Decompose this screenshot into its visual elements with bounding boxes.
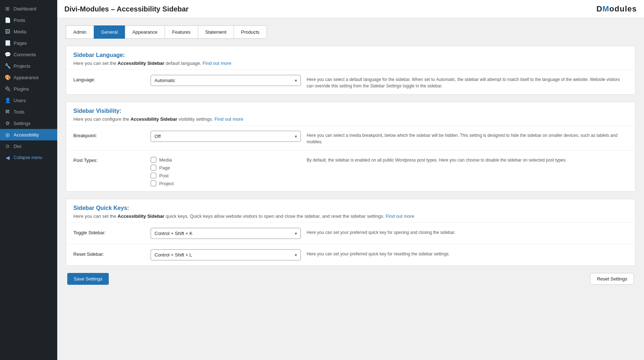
toggle-select[interactable]: Control + Shift + K bbox=[151, 228, 301, 239]
checkbox-media[interactable]: Media bbox=[151, 157, 301, 163]
sidebar-item-label: Appearance bbox=[14, 75, 39, 80]
tab-products[interactable]: Products bbox=[234, 25, 267, 39]
section-visibility-title: Sidebar Visibility: bbox=[73, 108, 628, 114]
main-content: Divi-Modules – Accessibility Sidebar DMo… bbox=[57, 0, 644, 360]
sidebar-item-label: Collapse menu bbox=[14, 155, 42, 160]
reset-sidebar-row: Reset Sidebar: Control + Shift + L ▾ Her… bbox=[66, 244, 635, 265]
desc-highlight: Accessibility Sidebar bbox=[118, 213, 165, 219]
tab-appearance[interactable]: Appearance bbox=[125, 25, 165, 39]
toggle-select-wrapper[interactable]: Control + Shift + K ▾ bbox=[151, 228, 301, 239]
breakpoint-select-wrapper[interactable]: Off ▾ bbox=[151, 131, 301, 142]
plugins-icon: 🔌 bbox=[4, 86, 11, 92]
dmodules-logo: DModules bbox=[596, 4, 637, 14]
save-button[interactable]: Save Settings bbox=[67, 273, 109, 285]
reset-select[interactable]: Control + Shift + L bbox=[151, 250, 301, 260]
tab-features[interactable]: Features bbox=[165, 25, 197, 39]
content-area: Admin General Appearance Features Statem… bbox=[57, 18, 644, 360]
checkbox-media-input[interactable] bbox=[151, 157, 156, 163]
reset-select-wrapper[interactable]: Control + Shift + L ▾ bbox=[151, 249, 301, 260]
checkbox-post[interactable]: Post bbox=[151, 173, 301, 178]
settings-icon: ⚙ bbox=[4, 120, 11, 126]
section-quickkeys-title: Sidebar Quick Keys: bbox=[73, 205, 628, 211]
section-language-desc: Here you can set the Accessibility Sideb… bbox=[73, 61, 628, 66]
checkbox-post-input[interactable] bbox=[151, 173, 156, 178]
checkbox-project-input[interactable] bbox=[151, 181, 156, 186]
tab-general[interactable]: General bbox=[94, 25, 125, 39]
section-visibility-desc: Here you can configure the Accessibility… bbox=[73, 116, 628, 122]
checkbox-project-label: Project bbox=[159, 181, 174, 186]
post-types-row: Post Types: Media Page Post bbox=[66, 150, 635, 191]
sidebar: ⊞ Dashboard 📄 Posts 🖼 Media 📃 Pages 💬 Co… bbox=[0, 0, 57, 360]
language-control: Automatic ▾ bbox=[151, 75, 301, 86]
sidebar-item-pages[interactable]: 📃 Pages bbox=[0, 37, 57, 49]
page-header: Divi-Modules – Accessibility Sidebar DMo… bbox=[57, 0, 644, 18]
reset-settings-button[interactable]: Reset Settings bbox=[590, 273, 634, 285]
post-types-control: Media Page Post Project bbox=[151, 155, 301, 186]
breakpoint-label: Breakpoint: bbox=[73, 131, 145, 138]
desc-after: default language. bbox=[164, 61, 203, 66]
page-title: Divi-Modules – Accessibility Sidebar bbox=[64, 5, 189, 13]
media-icon: 🖼 bbox=[4, 29, 11, 34]
tools-icon: 🛠 bbox=[4, 109, 11, 115]
checkbox-page[interactable]: Page bbox=[151, 165, 301, 171]
desc-highlight: Accessibility Sidebar bbox=[118, 61, 165, 66]
desc-highlight: Accessibility Sidebar bbox=[131, 116, 177, 122]
sidebar-item-dashboard[interactable]: ⊞ Dashboard bbox=[0, 3, 57, 14]
sidebar-item-tools[interactable]: 🛠 Tools bbox=[0, 106, 57, 117]
checkbox-media-label: Media bbox=[159, 157, 172, 163]
sidebar-item-divi[interactable]: ⊙ Divi bbox=[0, 140, 57, 152]
divi-icon: ⊙ bbox=[4, 143, 11, 149]
sidebar-item-appearance[interactable]: 🎨 Appearance bbox=[0, 72, 57, 83]
section-quickkeys-header: Sidebar Quick Keys: Here you can set the… bbox=[66, 199, 635, 222]
post-types-help: By default, the sidebar is enabled on al… bbox=[307, 155, 628, 163]
checkbox-project[interactable]: Project bbox=[151, 181, 301, 186]
breakpoint-control: Off ▾ bbox=[151, 131, 301, 142]
section-language-title: Sidebar Language: bbox=[73, 52, 628, 58]
find-out-more-link[interactable]: Find out more bbox=[203, 61, 231, 66]
sidebar-item-posts[interactable]: 📄 Posts bbox=[0, 14, 57, 26]
sidebar-item-label: Users bbox=[14, 98, 26, 103]
sidebar-item-users[interactable]: 👤 Users bbox=[0, 95, 57, 106]
desc-before: Here you can set the bbox=[73, 61, 118, 66]
toggle-sidebar-label: Toggle Sidebar: bbox=[73, 228, 145, 235]
sidebar-item-label: Tools bbox=[14, 109, 24, 115]
tabs-bar: Admin General Appearance Features Statem… bbox=[66, 25, 635, 39]
checkbox-page-input[interactable] bbox=[151, 165, 156, 171]
reset-sidebar-label: Reset Sidebar: bbox=[73, 249, 145, 257]
breakpoint-row: Breakpoint: Off ▾ Here you can select a … bbox=[66, 125, 635, 150]
toggle-sidebar-control: Control + Shift + K ▾ bbox=[151, 228, 301, 239]
language-row: Language: Automatic ▾ Here you can selec… bbox=[66, 69, 635, 94]
section-language: Sidebar Language: Here you can set the A… bbox=[66, 46, 635, 95]
desc-after: quick keys. Quick keys allow website vis… bbox=[164, 213, 386, 219]
section-visibility: Sidebar Visibility: Here you can configu… bbox=[66, 102, 635, 192]
language-select[interactable]: Automatic bbox=[151, 75, 301, 86]
find-out-more-link[interactable]: Find out more bbox=[215, 116, 243, 122]
dashboard-icon: ⊞ bbox=[4, 6, 11, 11]
sidebar-item-settings[interactable]: ⚙ Settings bbox=[0, 117, 57, 129]
accessibility-icon: ◎ bbox=[4, 132, 11, 138]
sidebar-item-plugins[interactable]: 🔌 Plugins bbox=[0, 83, 57, 95]
footer-buttons: Save Settings Reset Settings bbox=[66, 273, 635, 285]
tab-admin[interactable]: Admin bbox=[66, 25, 94, 39]
section-language-header: Sidebar Language: Here you can set the A… bbox=[66, 46, 635, 69]
desc-before: Here you can set the bbox=[73, 213, 118, 219]
sidebar-item-label: Posts bbox=[14, 18, 25, 23]
sidebar-item-accessibility[interactable]: ◎ Accessibility bbox=[0, 129, 57, 140]
checkbox-page-label: Page bbox=[159, 165, 170, 171]
projects-icon: 🔧 bbox=[4, 63, 11, 69]
section-quickkeys: Sidebar Quick Keys: Here you can set the… bbox=[66, 199, 635, 266]
language-select-wrapper[interactable]: Automatic ▾ bbox=[151, 75, 301, 86]
language-help: Here you can select a default language f… bbox=[307, 75, 628, 89]
sidebar-item-projects[interactable]: 🔧 Projects bbox=[0, 60, 57, 72]
reset-sidebar-control: Control + Shift + L ▾ bbox=[151, 249, 301, 260]
sidebar-item-comments[interactable]: 💬 Comments bbox=[0, 49, 57, 60]
sidebar-item-label: Dashboard bbox=[14, 6, 36, 11]
sidebar-item-media[interactable]: 🖼 Media bbox=[0, 26, 57, 37]
breakpoint-select[interactable]: Off bbox=[151, 131, 301, 141]
collapse-icon: ◀ bbox=[4, 155, 11, 160]
sidebar-item-label: Projects bbox=[14, 63, 30, 69]
find-out-more-link[interactable]: Find out more bbox=[386, 213, 414, 219]
tab-statement[interactable]: Statement bbox=[198, 25, 234, 39]
sidebar-item-collapse[interactable]: ◀ Collapse menu bbox=[0, 152, 57, 163]
appearance-icon: 🎨 bbox=[4, 75, 11, 80]
